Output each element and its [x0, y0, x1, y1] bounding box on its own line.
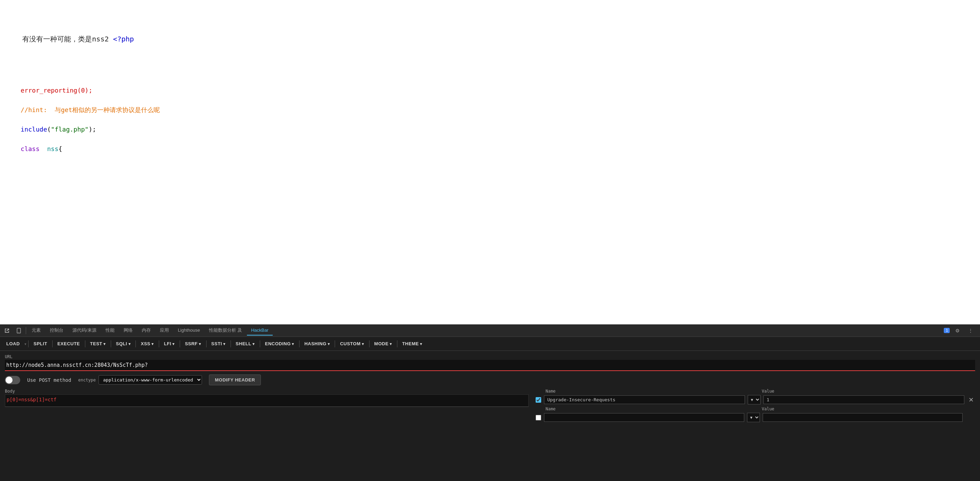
- code-block: error_reporting(0); //hint: 与get相似的另一种请求…: [6, 76, 974, 157]
- code-line-3d: );: [89, 125, 96, 133]
- code-line-4a: class: [21, 145, 39, 152]
- code-area: 有没有一种可能，类是nss2 <?php error_reporting(0);…: [0, 0, 980, 157]
- code-line-3c: "flag.php": [51, 125, 89, 133]
- code-line-1: error_reporting(0);: [21, 87, 92, 94]
- code-line-3b: (: [47, 125, 51, 133]
- code-title: 有没有一种可能，类是nss2 <?php: [6, 23, 974, 56]
- code-line-2: //hint: 与get相似的另一种请求协议是什么呢: [21, 106, 160, 113]
- php-tag: <?php: [113, 35, 134, 43]
- page-title: 有没有一种可能，类是nss2: [22, 35, 109, 43]
- code-line-4b: nss: [47, 145, 59, 152]
- code-line-4c: {: [59, 145, 62, 152]
- code-line-3a: include: [21, 125, 47, 133]
